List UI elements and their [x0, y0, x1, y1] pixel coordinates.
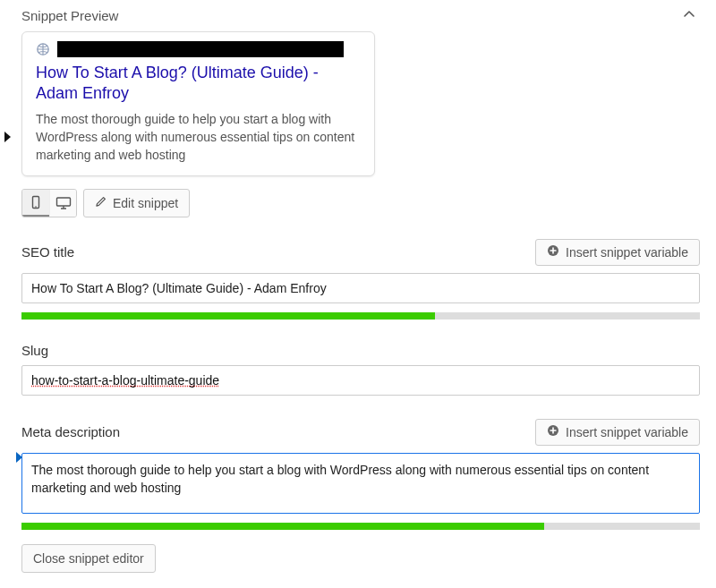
seo-title-row: SEO title Insert snippet variable: [21, 239, 700, 269]
caret-right-icon[interactable]: [4, 131, 714, 146]
seo-title-progress: [21, 312, 700, 320]
panel-header: Snippet Preview: [11, 0, 705, 31]
plus-circle-icon: [547, 244, 559, 260]
caret-right-blue-icon[interactable]: [15, 451, 24, 466]
serp-preview: How To Start A Blog? (Ultimate Guide) - …: [21, 31, 375, 176]
svg-point-2: [35, 206, 37, 208]
plus-circle-icon: [547, 424, 559, 439]
preview-mode-toggle: [21, 189, 77, 217]
preview-url-row: [36, 41, 361, 61]
preview-title[interactable]: How To Start A Blog? (Ultimate Guide) - …: [36, 61, 361, 110]
slug-label: Slug: [21, 343, 48, 358]
edit-snippet-button[interactable]: Edit snippet: [83, 189, 190, 217]
svg-rect-3: [56, 198, 70, 206]
insert-variable-meta-button[interactable]: Insert snippet variable: [535, 419, 700, 446]
insert-variable-seo-label: Insert snippet variable: [566, 245, 688, 260]
seo-title-progress-bar: [21, 312, 435, 320]
insert-variable-seo-button[interactable]: Insert snippet variable: [535, 239, 700, 266]
slug-input[interactable]: how-to-start-a-blog-ultimate-guide: [21, 365, 700, 396]
meta-description-label: Meta description: [21, 424, 120, 439]
preview-toolbar: Edit snippet: [11, 185, 705, 217]
meta-description-input[interactable]: The most thorough guide to help you star…: [21, 453, 700, 515]
panel-title: Snippet Preview: [21, 8, 118, 23]
edit-snippet-label: Edit snippet: [113, 196, 178, 210]
pencil-icon: [95, 195, 107, 210]
close-snippet-editor-label: Close snippet editor: [33, 551, 144, 566]
close-snippet-editor-button[interactable]: Close snippet editor: [21, 544, 156, 573]
meta-description-progress: [21, 523, 700, 530]
mobile-preview-button[interactable]: [22, 190, 49, 217]
insert-variable-meta-label: Insert snippet variable: [566, 425, 688, 439]
meta-description-row: Meta description Insert snippet variable: [21, 419, 700, 449]
meta-description-progress-bar: [21, 523, 544, 530]
chevron-up-icon[interactable]: [682, 7, 696, 24]
desktop-preview-button[interactable]: [49, 190, 76, 217]
seo-title-label: SEO title: [21, 244, 74, 260]
globe-icon: [36, 42, 50, 56]
slug-row: Slug: [21, 343, 700, 362]
seo-title-input[interactable]: How To Start A Blog? (Ultimate Guide) - …: [21, 273, 700, 303]
preview-url-redacted: [57, 41, 344, 57]
